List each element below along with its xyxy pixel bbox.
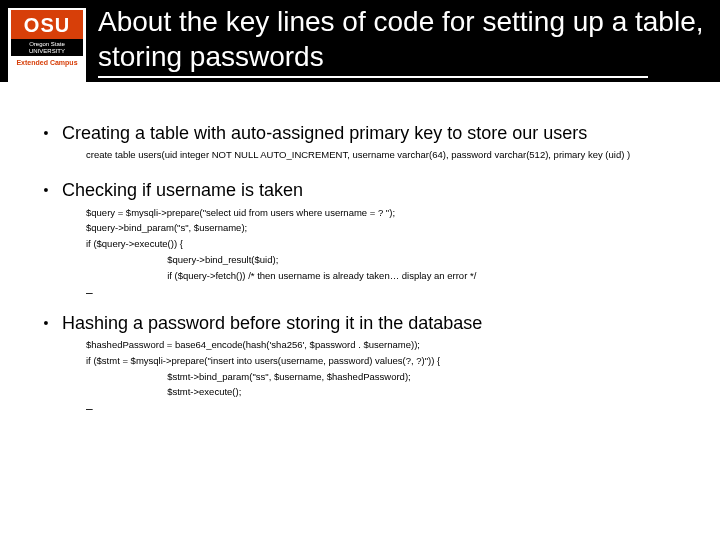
code-line: $query = $mysqli->prepare("select uid fr… <box>86 207 690 220</box>
code-line: if ($stmt = $mysqli->prepare("insert int… <box>86 355 690 368</box>
bullet-item: • Hashing a password before storing it i… <box>30 312 690 335</box>
code-line: $hashedPassword = base64_encode(hash('sh… <box>86 339 690 352</box>
bullet-item: • Checking if username is taken <box>30 179 690 202</box>
header-bar: About the key lines of code for setting … <box>0 0 720 82</box>
code-line: $query->bind_param("s", $username); <box>86 222 690 235</box>
code-line: if ($query->execute()) { <box>86 238 690 251</box>
logo-abbr: OSU <box>11 10 83 39</box>
bullet-heading: Creating a table with auto-assigned prim… <box>62 122 587 145</box>
bullet-dot: • <box>30 122 62 144</box>
bullet-dot: • <box>30 312 62 334</box>
code-line: create table users(uid integer NOT NULL … <box>86 149 690 162</box>
logo-name: Oregon State UNIVERSITY <box>11 39 83 56</box>
bullet-heading: Checking if username is taken <box>62 179 303 202</box>
bullet-heading: Hashing a password before storing it in … <box>62 312 482 335</box>
logo-sub: Extended Campus <box>16 56 77 66</box>
code-line: $query->bind_result($uid); <box>86 254 690 267</box>
code-line: if ($query->fetch()) /* then username is… <box>86 270 690 283</box>
content-area: • Creating a table with auto-assigned pr… <box>0 82 720 416</box>
bullet-dot: • <box>30 179 62 201</box>
osu-logo: OSU Oregon State UNIVERSITY Extended Cam… <box>8 8 86 90</box>
dash-separator: – <box>86 286 690 300</box>
title-underline <box>98 76 648 78</box>
dash-separator: – <box>86 402 690 416</box>
code-line: $stmt->bind_param("ss", $username, $hash… <box>86 371 690 384</box>
bullet-item: • Creating a table with auto-assigned pr… <box>30 122 690 145</box>
code-line: $stmt->execute(); <box>86 386 690 399</box>
slide-title: About the key lines of code for setting … <box>98 4 720 74</box>
